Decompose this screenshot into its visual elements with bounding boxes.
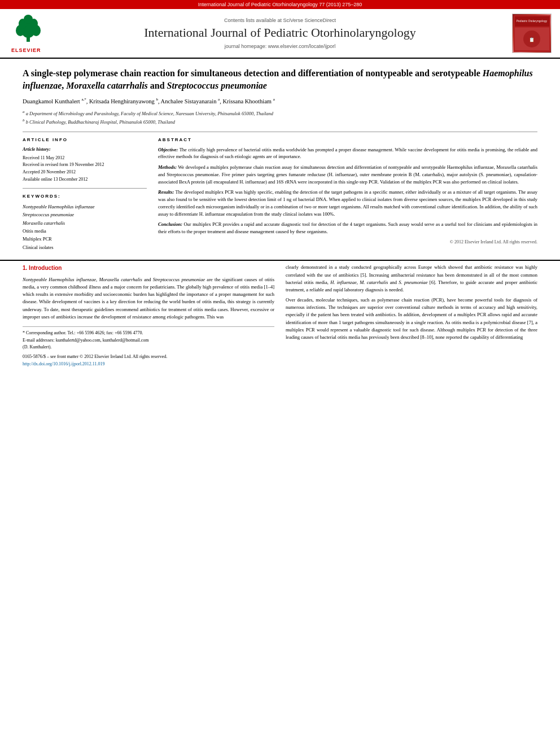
email-footnote: E-mail addresses: kunthalertd@yahoo.com,… (23, 337, 274, 344)
svg-point-6 (24, 15, 33, 24)
footnote-area: * Corresponding author. Tel.: +66 5596 4… (23, 326, 274, 368)
objective-text: The critically high prevalence of bacter… (158, 147, 537, 160)
results-text: The developed multiplex PCR was highly s… (158, 189, 537, 216)
affiliation-a: a a Department of Microbiology and Paras… (23, 109, 537, 117)
info-abstract-section: ARTICLE INFO Article history: Received 1… (23, 137, 537, 252)
keyword-1: Nontypeable Haemophilus influenzae (23, 203, 147, 211)
email-name-footnote: (D. Kunthalert). (23, 344, 274, 351)
keywords-label: Keywords: (23, 193, 147, 200)
keyword-4: Otitis media (23, 227, 147, 235)
svg-text:📋: 📋 (529, 37, 535, 42)
elsevier-logo: ELSEVIER (6, 14, 51, 53)
section-1-heading: 1. Introduction (23, 264, 274, 273)
keyword-6: Clinical isolates (23, 243, 147, 251)
body-right-text-2: Over decades, molecular techniques, such… (286, 296, 537, 341)
abstract-label: ABSTRACT (158, 137, 537, 143)
thumb-image: Pediatric Otolaryngology 📋 (512, 14, 552, 53)
body-section: 1. Introduction Nontypeable Haemophilus … (0, 260, 560, 374)
copyright-line: © 2012 Elsevier Ireland Ltd. All rights … (158, 239, 537, 246)
journal-title: International Journal of Pediatric Otorh… (144, 25, 415, 40)
body-left-col: 1. Introduction Nontypeable Haemophilus … (23, 264, 274, 368)
abstract-methods: Methods: We developed a multiplex polyme… (158, 164, 537, 185)
keyword-2: Streptococcus pneumoniae (23, 211, 147, 219)
body-right-text-1: clearly demonstrated in a study conducte… (286, 264, 537, 294)
body-two-col: 1. Introduction Nontypeable Haemophilus … (23, 264, 537, 368)
top-bar: International Journal of Pediatric Otorh… (0, 0, 560, 9)
journal-homepage: journal homepage: www.elsevier.com/locat… (225, 43, 336, 49)
article-title: A single-step polymerase chain reaction … (23, 67, 537, 91)
top-bar-text: International Journal of Pediatric Otorh… (198, 2, 362, 7)
accepted-date: Accepted 20 November 2012 (23, 169, 147, 176)
journal-header: ELSEVIER Contents lists available at Sci… (0, 9, 560, 59)
journal-thumbnail: Pediatric Otolaryngology 📋 (509, 14, 554, 53)
abstract-objective: Objective: The critically high prevalenc… (158, 146, 537, 161)
methods-label: Methods: (158, 164, 177, 170)
article-info-label: ARTICLE INFO (23, 137, 147, 143)
objective-label: Objective: (158, 147, 178, 152)
header-center: Contents lists available at SciVerse Sci… (51, 14, 509, 53)
conclusion-label: Conclusion: (158, 221, 182, 227)
keyword-5: Multiplex PCR (23, 235, 147, 243)
affiliations: a a Department of Microbiology and Paras… (23, 109, 537, 125)
abstract-conclusion: Conclusion: Our multiplex PCR provides a… (158, 221, 537, 235)
doi-link[interactable]: http://dx.doi.org/10.1016/j.ijporl.2012.… (23, 361, 274, 368)
elsevier-logo-svg (11, 14, 45, 45)
received-date: Received 11 May 2012 (23, 155, 147, 162)
divider (23, 132, 537, 132)
issn-footnote: 0165-5876/$ – see front matter © 2012 El… (23, 353, 274, 361)
sciverse-line: Contents lists available at SciVerse Sci… (224, 18, 336, 23)
keyword-3: Moraxella catarrhalis (23, 219, 147, 227)
corresponding-footnote: * Corresponding author. Tel.: +66 5596 4… (23, 330, 274, 337)
divider-2 (23, 188, 147, 189)
affiliation-b: b b Clinical Pathology, Buddhachinaraj H… (23, 117, 537, 126)
article-info: ARTICLE INFO Article history: Received 1… (23, 137, 147, 252)
history-label: Article history: (23, 146, 147, 153)
svg-text:Pediatric Otolaryngology: Pediatric Otolaryngology (516, 19, 547, 23)
conclusion-text: Our multiplex PCR provides a rapid and a… (158, 221, 537, 234)
results-label: Results: (158, 189, 174, 195)
keywords-list: Nontypeable Haemophilus influenzae Strep… (23, 203, 147, 252)
abstract-results: Results: The developed multiplex PCR was… (158, 189, 537, 217)
abstract-section: ABSTRACT Objective: The critically high … (158, 137, 537, 252)
authors: Duangkamol Kunthalert a,*, Kritsada Heng… (23, 97, 537, 106)
available-online-date: Available online 13 December 2012 (23, 176, 147, 184)
body-left-text: Nontypeable Haemophilus influenzae, Mora… (23, 276, 274, 321)
body-right-col: clearly demonstrated in a study conducte… (286, 264, 537, 368)
methods-text: We developed a multiplex polymerase chai… (158, 164, 537, 185)
elsevier-wordmark: ELSEVIER (11, 47, 45, 53)
article-main: A single-step polymerase chain reaction … (0, 59, 560, 260)
received-revised-date: Received in revised form 19 November 201… (23, 161, 147, 169)
